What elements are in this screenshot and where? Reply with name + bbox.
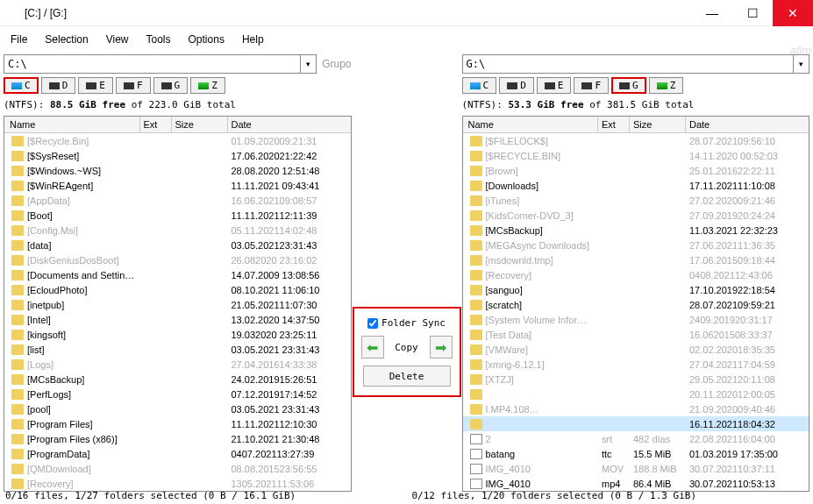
left-path-input[interactable] [4,54,301,74]
file-row[interactable]: 2srt482 días22.08.202116:04:00 [463,431,809,446]
delete-button[interactable]: Delete [363,366,451,387]
file-row[interactable]: [KidsCorner-DVD_3]27.09.201920:24:24 [463,208,809,223]
file-date: 14.07.2009 13:08:56 [228,270,351,280]
file-row[interactable]: [$FILELOCK$]28.07.202109:56:10 [463,133,809,148]
file-row[interactable]: [xmrig-6.12.1]27.04.202117:04:59 [463,357,809,372]
file-row[interactable]: IMG_4010MOV188.8 MiB30.07.202110:37:11 [463,461,809,476]
left-drive-g[interactable]: G [153,77,189,94]
file-row[interactable]: [PerfLogs]07.12.201917:14:52 [4,387,351,401]
file-row[interactable]: [Logs]27.04.201614:33:38 [4,357,351,372]
copy-left-button[interactable]: ⬅ [361,336,384,358]
right-path-input[interactable] [462,54,795,74]
file-row[interactable]: [data]03.05.202123:31:43 [4,238,351,252]
file-name: [Boot] [27,210,140,221]
left-path-dropdown[interactable]: ▾ [301,54,317,74]
folder-icon [11,389,24,400]
file-name: [iTunes] [486,195,599,206]
file-row[interactable]: [DiskGeniusDosBoot]26.082020 23:16:02 [4,252,351,267]
col-date[interactable]: Date [228,117,351,132]
file-row[interactable]: [EcloudPhoto]08.10.2021 11:06:10 [4,282,351,297]
right-drive-g[interactable]: G [611,77,646,94]
file-row[interactable]: I.MP4.108...21.09.202009:40:46 [463,401,809,416]
file-row[interactable]: [$SysReset]17.06.202021:22:42 [4,148,351,163]
file-row[interactable]: [$Recycle.Bin]01.09.202009:21:31 [4,133,351,148]
file-row[interactable]: [Program Files (x86)]21.10.2021 21:30:48 [4,431,351,446]
file-row[interactable]: [VMWare]02.02.202018:35:35 [463,342,809,357]
col-date[interactable]: Date [686,117,809,132]
file-row[interactable]: [scratch]28.07.202109:59:21 [463,297,809,312]
col-name[interactable]: Name [463,117,599,132]
file-row[interactable]: [MCsBackup]11.03.2021 22:32:23 [463,223,809,238]
file-row[interactable]: [Intel]13.02.2020 14:37:50 [4,312,351,327]
close-button[interactable]: ✕ [773,0,813,26]
watermark: aflm [789,44,811,57]
file-row[interactable]: [msdownld.tmp]17.06.201509:18:44 [463,252,809,267]
col-name[interactable]: Name [4,117,140,132]
file-row[interactable]: batangttc15.5 MiB01.03.2019 17:35:00 [463,446,809,461]
folder-icon [470,181,482,191]
drive-icon [11,82,22,89]
file-row[interactable]: [Program Files]11.11.202112:10:30 [4,416,351,431]
menu-view[interactable]: View [97,30,138,49]
right-path-dropdown[interactable]: ▾ [794,54,809,74]
file-row[interactable]: [Documents and Settings]14.07.2009 13:08… [4,267,351,282]
file-row[interactable]: [Boot]11.11.202112:11:39 [4,208,351,223]
file-row[interactable]: [MEGAsync Downloads]27.06.202111:36:35 [463,238,809,252]
file-row[interactable]: [System Volume Informati...2409.201920:3… [463,312,809,327]
file-name: [Logs] [27,359,140,370]
file-row[interactable]: [sanguo]17.10.201922:18:54 [463,282,809,297]
right-drive-z[interactable]: Z [649,77,684,94]
menu-options[interactable]: Options [180,30,233,49]
file-row[interactable]: [iTunes]27.02.202009:21:46 [463,193,809,208]
file-row[interactable]: [Downloads]17.11.202111:10:08 [463,178,809,193]
right-filelist: NameExtSizeDate[$FILELOCK$]28.07.202109:… [462,116,810,492]
file-date: 11.03.2021 22:32:23 [686,225,809,236]
copy-right-button[interactable]: ➡ [430,336,453,358]
col-size[interactable]: Size [630,117,686,132]
left-drive-z[interactable]: Z [190,77,225,94]
file-row[interactable]: [AppData]16.06.202109:08:57 [4,193,351,208]
col-size[interactable]: Size [172,117,228,132]
col-ext[interactable]: Ext [598,117,630,132]
file-row[interactable]: [$RECYCLE.BIN]14.11.2020 00:52:03 [463,148,809,163]
menu-help[interactable]: Help [233,30,273,49]
left-drive-f[interactable]: F [116,77,151,94]
file-row[interactable]: 16.11.202118:04:32 [463,416,809,431]
folder-sync-checkbox[interactable] [367,318,378,329]
file-row[interactable]: [XTZJ]29.05.202120:11:08 [463,372,809,387]
file-row[interactable]: [MCsBackup]24.02.201915:26:51 [4,372,351,387]
menu-file[interactable]: File [2,30,36,49]
right-drive-d[interactable]: D [499,77,534,94]
file-row[interactable]: [Recovery]0408.202112:43:06 [463,267,809,282]
right-drive-c[interactable]: C [462,77,497,94]
menu-tools[interactable]: Tools [138,30,180,49]
left-drive-e[interactable]: E [78,77,113,94]
file-row[interactable]: [pool]03.05.2021 23:31:43 [4,401,351,416]
file-row[interactable]: [Test Data]16.06201508:33:37 [463,327,809,342]
drive-icon [161,82,172,89]
col-ext[interactable]: Ext [140,117,172,132]
file-date: 24.02.201915:26:51 [228,374,351,385]
folder-icon [11,374,24,385]
minimize-button[interactable]: — [692,0,732,26]
file-row[interactable]: [ProgramData]0407.202113:27:39 [4,446,351,461]
file-row[interactable]: [Brown]25.01.201622:22:11 [463,163,809,178]
maximize-button[interactable]: ☐ [732,0,773,26]
left-drive-c[interactable]: C [4,77,39,94]
right-pane: ▾CDEFGZ(NTFS): 53.3 GiB free of 381.5 Gi… [459,53,814,492]
file-row[interactable]: [kingsoft]19.032020 23:25:11 [4,327,351,342]
file-row[interactable]: [inetpub]21.05.202111:07:30 [4,297,351,312]
file-name: [XTZJ] [486,374,599,385]
file-row[interactable]: [$WinREAgent]11.11.2021 09:43:41 [4,178,351,193]
right-drive-f[interactable]: F [574,77,609,94]
file-date: 08.08.201523:56:55 [228,464,351,474]
file-row[interactable]: [QMDownload]08.08.201523:56:55 [4,461,351,476]
right-drive-e[interactable]: E [537,77,572,94]
left-drive-d[interactable]: D [41,77,76,94]
file-row[interactable]: [$Windows.~WS]28.08.2020 12:51:48 [4,163,351,178]
file-row[interactable]: [list]03.05.2021 23:31:43 [4,342,351,357]
file-row[interactable]: [Config.Msi]05.11.202114:02:48 [4,223,351,238]
menubar: FileSelectionViewToolsOptionsHelp [0,26,813,53]
file-row[interactable]: 20.11.202012:00:05 [463,387,809,401]
menu-selection[interactable]: Selection [36,30,96,49]
